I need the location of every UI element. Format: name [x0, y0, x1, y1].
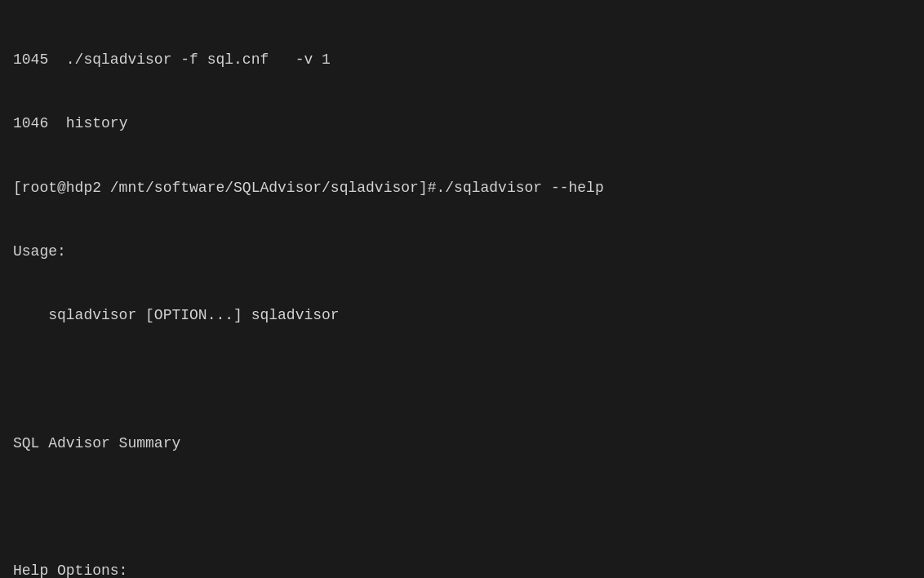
help-title: Help Options:: [13, 560, 911, 578]
prompt-line: [root@hdp2 /mnt/software/SQLAdvisor/sqla…: [13, 177, 911, 198]
usage-cmd: sqladvisor [OPTION...] sqladvisor: [13, 305, 911, 326]
history-line-1: 1045 ./sqladvisor -f sql.cnf -v 1: [13, 49, 911, 70]
blank-1: [13, 369, 911, 390]
blank-2: [13, 496, 911, 518]
history-line-2: 1046 history: [13, 113, 911, 134]
history-num-2: 1046: [13, 115, 48, 131]
summary-title: SQL Advisor Summary: [13, 433, 911, 454]
terminal-output: 1045 ./sqladvisor -f sql.cnf -v 1 1046 h…: [13, 7, 911, 578]
history-num-1: 1045: [13, 51, 48, 68]
usage-label: Usage:: [13, 241, 911, 262]
